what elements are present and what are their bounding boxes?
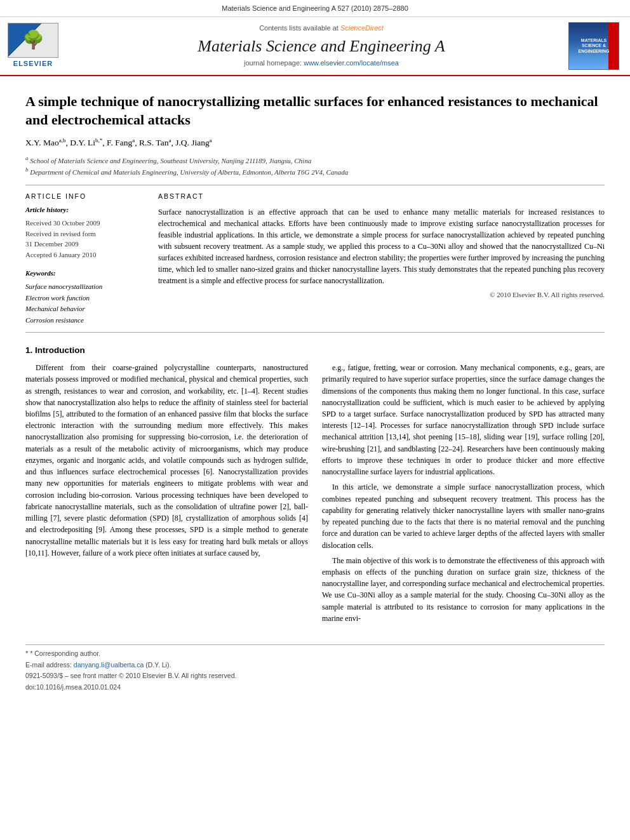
intro-para-2: e.g., fatigue, fretting, wear or corrosi… (322, 362, 605, 477)
revised-label: Received in revised form (25, 229, 143, 239)
keywords-section: Keywords: Surface nanocrystallization El… (25, 269, 143, 326)
intro-para-4: The main objective of this work is to de… (322, 555, 605, 624)
divider-1 (25, 185, 605, 185)
journal-cover: MATERIALSSCIENCE &ENGINEERING (568, 22, 619, 70)
intro-body: Different from their coarse-grained poly… (25, 362, 605, 624)
section-introduction: 1. Introduction Different from their coa… (25, 344, 605, 624)
keyword-3: Mechanical behavior (25, 303, 143, 315)
author-super-a: a,b (59, 137, 66, 143)
copyright-line: © 2010 Elsevier B.V. All rights reserved… (158, 290, 605, 300)
section-title-1: 1. Introduction (25, 344, 605, 357)
intro-col-right: e.g., fatigue, fretting, wear or corrosi… (322, 362, 605, 624)
accepted-date: Accepted 6 January 2010 (25, 250, 143, 260)
affil-a: a School of Materials Science and Engine… (25, 154, 605, 166)
sciencedirect-prefix: Contents lists available at (259, 24, 340, 32)
revised-date: 31 December 2009 (25, 239, 143, 250)
abstract-heading: ABSTRACT (158, 192, 605, 201)
intro-col-left: Different from their coarse-grained poly… (25, 362, 308, 624)
authors-line: X.Y. Maoa,b, D.Y. Lib,*, F. Fanga, R.S. … (25, 137, 605, 149)
sciencedirect-link[interactable]: ScienceDirect (340, 24, 384, 32)
footer-email-line: E-mail address: danyang.li@ualberta.ca (… (25, 660, 605, 670)
abstract-col: ABSTRACT Surface nanocrystallization is … (158, 192, 605, 326)
email-address[interactable]: danyang.li@ualberta.ca (74, 661, 144, 669)
cover-title: MATERIALSSCIENCE &ENGINEERING (578, 38, 609, 54)
author-super-e: a (210, 137, 212, 143)
section-number: 1. (25, 345, 32, 355)
elsevier-label: ELSEVIER (13, 59, 53, 69)
author-super-d: a (168, 137, 171, 143)
citation-bar: Materials Science and Engineering A 527 … (0, 0, 630, 17)
journal-header: 🌳 ELSEVIER Contents lists available at S… (0, 17, 630, 76)
affil-super-b: b (25, 166, 29, 173)
article-title: A simple technique of nanocrystallizing … (25, 93, 605, 129)
info-abstract-row: ARTICLE INFO Article history: Received 3… (25, 192, 605, 326)
footer-doi: doi:10.1016/j.msea.2010.01.024 (25, 683, 605, 692)
intro-para-3: In this article, we demonstrate a simple… (322, 481, 605, 550)
journal-cover-area: MATERIALSSCIENCE &ENGINEERING (565, 22, 622, 70)
star-symbol: * (25, 650, 28, 657)
page-footer: * * Corresponding author. E-mail address… (25, 644, 605, 692)
keywords-label: Keywords: (25, 269, 143, 279)
elsevier-logo: 🌳 ELSEVIER (8, 23, 58, 69)
keyword-4: Corrosion resistance (25, 315, 143, 326)
footer-star-note: * * Corresponding author. (25, 649, 605, 659)
sciencedirect-line: Contents lists available at ScienceDirec… (259, 23, 384, 34)
abstract-text: Surface nanocrystallization is an effect… (158, 206, 605, 286)
email-suffix: (D.Y. Li). (145, 661, 171, 669)
homepage-url[interactable]: www.elsevier.com/locate/msea (304, 59, 399, 67)
elsevier-logo-area: 🌳 ELSEVIER (8, 22, 77, 70)
footer-license: 0921-5093/$ – see front matter © 2010 El… (25, 671, 605, 681)
journal-header-center: Contents lists available at ScienceDirec… (84, 22, 559, 70)
article-info-heading: ARTICLE INFO (25, 192, 143, 201)
main-content: A simple technique of nanocrystallizing … (0, 76, 630, 637)
corresponding-label: * Corresponding author. (30, 650, 100, 657)
homepage-prefix: journal homepage: (244, 59, 304, 67)
cover-stripe (608, 23, 619, 69)
history-label: Article history: (25, 205, 143, 215)
journal-title: Materials Science and Engineering A (198, 36, 445, 56)
intro-para-1: Different from their coarse-grained poly… (25, 362, 308, 559)
keyword-1: Surface nanocrystallization (25, 281, 143, 293)
divider-2 (25, 332, 605, 333)
author-super-b: b,* (95, 137, 102, 143)
affiliations: a School of Materials Science and Engine… (25, 154, 605, 177)
tree-icon: 🌳 (22, 31, 44, 49)
citation-text: Materials Science and Engineering A 527 … (222, 4, 408, 12)
affil-super-a: a (25, 155, 29, 161)
elsevier-logo-box: 🌳 (8, 23, 58, 58)
keyword-2: Electron work function (25, 293, 143, 304)
email-label: E-mail address: (25, 661, 74, 669)
received-date: Received 30 October 2009 (25, 218, 143, 229)
author-super-c: a (132, 137, 135, 143)
affil-b: b Department of Chemical and Materials E… (25, 166, 605, 177)
section-title-text: Introduction (35, 345, 85, 355)
article-info-col: ARTICLE INFO Article history: Received 3… (25, 192, 143, 326)
page-wrapper: Materials Science and Engineering A 527 … (0, 0, 630, 840)
homepage-line: journal homepage: www.elsevier.com/locat… (244, 58, 399, 69)
